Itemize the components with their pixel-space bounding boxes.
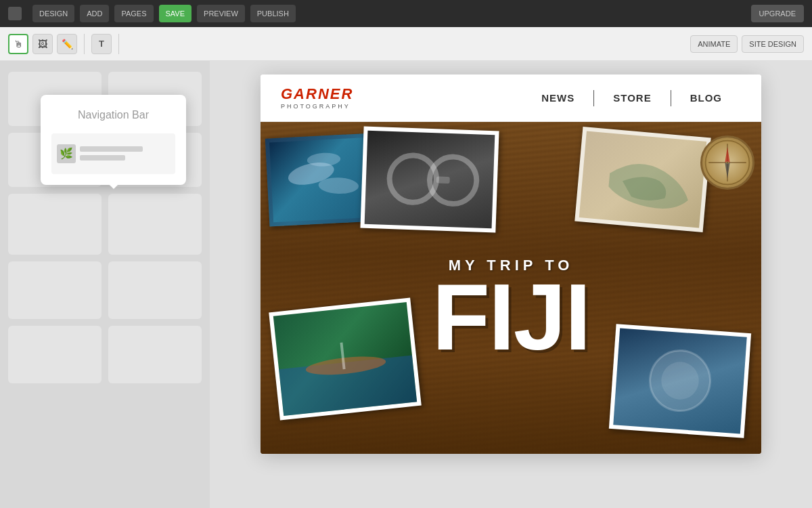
nav-bar-preview: 🌿 [51, 133, 175, 174]
component-thumb-7[interactable] [8, 261, 102, 319]
site-nav-links: NEWS STORE BLOG [522, 90, 741, 106]
upgrade-button[interactable]: UPGRADE [751, 5, 804, 22]
nav-link-blog[interactable]: BLOG [671, 92, 741, 104]
photo-kayak-inner [273, 302, 417, 416]
top-toolbar: DESIGN ADD PAGES SAVE PREVIEW PUBLISH UP… [0, 0, 812, 27]
website-preview: GARNER PHOTOGRAPHY NEWS STORE BLOG [261, 75, 761, 454]
site-design-button[interactable]: SITE DESIGN [742, 35, 804, 53]
photo-underwater-inner [613, 329, 747, 434]
tool-divider-2 [118, 34, 119, 54]
main-area: Navigation Bar 🌿 GARNER PHOTOGRAPHY NEWS [0, 61, 812, 508]
preview-button[interactable]: PREVIEW [197, 5, 245, 22]
image-tool[interactable]: 🖼 [32, 34, 53, 54]
site-logo: GARNER PHOTOGRAPHY [281, 87, 353, 110]
svg-marker-14 [725, 147, 729, 163]
site-navbar: GARNER PHOTOGRAPHY NEWS STORE BLOG [261, 75, 761, 122]
site-logo-sub: PHOTOGRAPHY [281, 103, 353, 110]
secondary-toolbar: 🖱 🖼 ✏️ T ANIMATE SITE DESIGN [0, 27, 812, 61]
cursor-tool[interactable]: 🖱 [8, 34, 28, 54]
nav-preview-lines [80, 146, 170, 161]
site-logo-main: GARNER [281, 87, 353, 102]
photo-underwater [609, 324, 751, 438]
nav-preview-line-1 [80, 146, 143, 152]
photo-map [574, 127, 710, 232]
component-thumb-10[interactable] [108, 326, 202, 383]
component-thumb-5[interactable] [8, 194, 102, 255]
nav-link-news[interactable]: NEWS [522, 92, 593, 104]
publish-button[interactable]: PUBLISH [250, 5, 296, 22]
canvas-area: GARNER PHOTOGRAPHY NEWS STORE BLOG [210, 61, 812, 508]
site-hero: MY TRIP TO FIJI [261, 122, 761, 454]
tool-divider-1 [84, 34, 85, 54]
nav-bar-card-title: Navigation Bar [78, 108, 149, 123]
component-thumb-9[interactable] [8, 326, 102, 383]
component-thumb-6[interactable] [108, 194, 202, 255]
save-button[interactable]: SAVE [159, 5, 192, 22]
left-panel: Navigation Bar 🌿 [0, 61, 210, 508]
nav-preview-line-2 [80, 155, 125, 161]
component-thumb-8[interactable] [108, 261, 202, 319]
svg-rect-5 [436, 176, 450, 184]
toolbar-logo [8, 7, 22, 20]
compass-decoration [700, 135, 754, 190]
text-tool[interactable]: T [91, 34, 112, 54]
nav-link-store[interactable]: STORE [594, 92, 670, 104]
pages-button[interactable]: PAGES [114, 5, 153, 22]
animate-button[interactable]: ANIMATE [690, 35, 738, 53]
svg-marker-15 [725, 163, 729, 178]
photo-goggles-inner [365, 131, 495, 228]
add-button[interactable]: ADD [80, 5, 109, 22]
photo-scatter [261, 122, 761, 454]
photo-goggles [360, 127, 499, 233]
nav-bar-card: Navigation Bar 🌿 [41, 95, 186, 185]
photo-map-inner [579, 131, 706, 228]
pen-tool[interactable]: ✏️ [57, 34, 77, 54]
photo-kayak [269, 297, 422, 420]
nav-preview-logo-icon: 🌿 [57, 144, 76, 163]
design-button[interactable]: DESIGN [32, 5, 74, 22]
